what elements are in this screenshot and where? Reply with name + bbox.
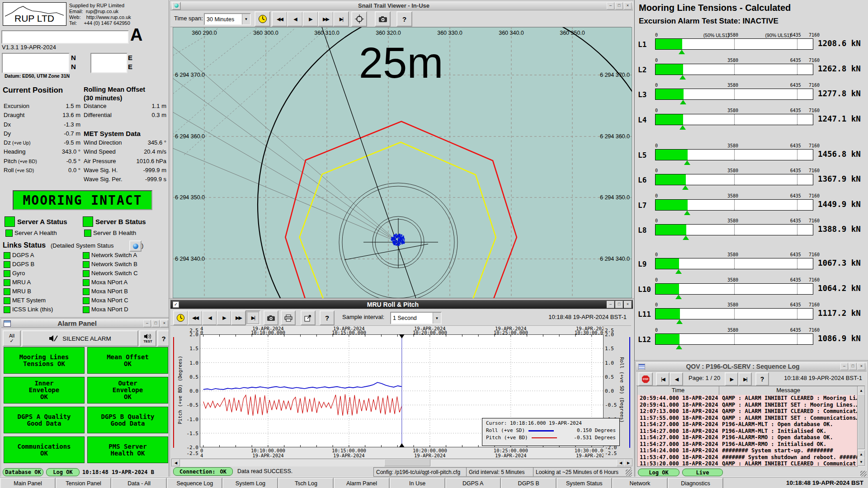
last-page-button[interactable]: ▶| — [738, 372, 752, 386]
seq-titlebar[interactable]: QOV : P196-OL-SERV : Sequence Log – □ × — [636, 362, 867, 371]
mru-help-button[interactable]: ? — [320, 310, 335, 325]
col-message[interactable]: Message — [719, 386, 857, 395]
log-row[interactable]: 12:07:13.000 18-APR-2024QAMP : ALARM INH… — [637, 408, 857, 415]
taskbar-button-tsch-log[interactable]: Tsch Log — [278, 478, 334, 488]
maximize-button[interactable]: □ — [615, 2, 623, 9]
center-target-button[interactable] — [351, 11, 367, 27]
log-row[interactable]: 11:53:20.000 18-APR-2024QAMP : ALARM INH… — [637, 460, 857, 467]
seq-help-button[interactable]: ? — [755, 372, 769, 386]
roll-axis-color-line — [629, 337, 630, 448]
log-message: P196-ALARM-RMO : Initialised OK. — [722, 441, 857, 448]
page-indicator: Page: 1 / 20 — [689, 375, 720, 381]
timespan-dropdown[interactable]: 30 Minutes ▼ — [204, 13, 251, 25]
step-back-button[interactable]: ◀ — [287, 11, 303, 27]
log-row[interactable]: 11:54:27.000 18-APR-2024P196-ALARM-RMO :… — [637, 441, 857, 448]
taskbar-clock: 10:18:48 19-APR-2024 BST — [786, 479, 863, 486]
close-button[interactable]: × — [624, 301, 632, 308]
tension-scale-labels: 0358064357160 — [632, 108, 868, 113]
taskbar-button-network[interactable]: Network — [612, 478, 668, 488]
scroll-thumb[interactable] — [858, 394, 865, 449]
first-page-button[interactable]: |◀ — [656, 372, 670, 386]
taskbar-button-alarm-panel[interactable]: Alarm Panel — [334, 478, 389, 488]
col-time[interactable]: Time — [637, 386, 719, 395]
uls90-threshold-line — [797, 309, 797, 319]
detailed-system-status-button[interactable] — [129, 240, 142, 252]
taskbar-button-system-status[interactable]: System Status — [557, 478, 612, 488]
sample-interval-dropdown[interactable]: 1 Second ▼ — [390, 312, 442, 324]
prev-page-button[interactable]: ◀ — [670, 372, 683, 386]
tension-line-label: L12 — [638, 335, 651, 344]
log-row[interactable]: 11:54:27.000 18-APR-2024P196-ALARM-RMO :… — [637, 434, 857, 441]
log-row[interactable]: 11:53:47.000 18-APR-2024####### System s… — [637, 454, 857, 461]
log-time: 20:59:41.000 18-APR-2024 — [637, 402, 722, 408]
log-row[interactable]: 11:54:27.000 18-APR-2024P196-ALARM-MLT :… — [637, 428, 857, 435]
minimize-button[interactable]: – — [840, 363, 848, 370]
snapshot-button[interactable] — [264, 310, 278, 325]
taskbar-button-tension-panel[interactable]: Tension Panel — [56, 478, 111, 488]
minimize-button[interactable]: – — [607, 301, 614, 308]
snapshot-button[interactable] — [375, 11, 391, 27]
resize-grip[interactable] — [626, 469, 632, 476]
close-button[interactable]: × — [624, 2, 632, 9]
follow-live-button[interactable]: ▶| — [245, 310, 260, 325]
maximize-button[interactable]: □ — [615, 301, 623, 308]
taskbar-button-system-log[interactable]: System Log — [222, 478, 278, 488]
step-forward-button[interactable]: ▶ — [217, 310, 231, 325]
axis-date-label: 19-APR-2024 — [327, 453, 371, 458]
snail-trail-plot[interactable]: 360 290.0360 300.0360 310.0360 320.0360 … — [173, 27, 632, 298]
print-button[interactable] — [281, 310, 296, 325]
scroll-left-button[interactable]: ◀ — [172, 459, 180, 466]
resize-grip[interactable] — [860, 471, 867, 477]
scroll-up-button-2[interactable]: ▲ — [858, 450, 865, 458]
export-button[interactable] — [301, 310, 316, 325]
jump-forward-button[interactable]: ▶▶ — [231, 310, 246, 325]
log-row[interactable]: 20:59:44.000 18-APR-2024QAMP : ALARM INH… — [637, 395, 857, 402]
scroll-down-button[interactable]: ▼ — [858, 458, 865, 466]
snail-window-menu-icon[interactable] — [172, 2, 181, 10]
svg-text:360 300.0: 360 300.0 — [253, 30, 278, 36]
taskbar-button-main-panel[interactable]: Main Panel — [0, 478, 56, 488]
minimize-button[interactable]: – — [607, 2, 614, 9]
tension-row: 0358064357160L71449.9 kN — [632, 193, 868, 217]
jump-start-button[interactable]: ◀◀ — [188, 310, 203, 325]
time-mode-button[interactable] — [255, 11, 270, 27]
log-row[interactable]: 11:54:24.000 18-APR-2024######## System … — [637, 447, 857, 454]
jump-end-button[interactable]: ▶| — [333, 11, 349, 27]
taskbar-button-sequence-log[interactable]: Sequence Log — [167, 478, 222, 488]
jump-forward-button[interactable]: ▶▶ — [318, 11, 334, 27]
tension-bar-fill — [656, 284, 679, 294]
scroll-up-button[interactable]: ▲ — [858, 386, 865, 394]
taskbar-button-diagnostics[interactable]: Diagnostics — [668, 478, 723, 488]
scale-0: 0 — [655, 252, 658, 257]
log-row[interactable]: 11:54:27.000 18-APR-2024P196-ALARM-MLT :… — [637, 421, 857, 428]
jump-start-button[interactable]: ◀◀ — [272, 11, 288, 27]
next-page-button[interactable]: ▶ — [725, 372, 738, 386]
taskbar-button-dgps-a[interactable]: DGPS A — [445, 478, 501, 488]
log-row[interactable]: 20:59:41.000 18-APR-2024QAMP : ALARM INH… — [637, 402, 857, 408]
tension-bar — [655, 308, 813, 319]
seq-vscrollbar[interactable]: ▲ ▲ ▼ — [857, 386, 865, 467]
snail-titlebar[interactable]: Snail Trail Viewer - In-Use – □ × — [170, 1, 633, 10]
link-label: MRU A — [12, 279, 31, 286]
maximize-button[interactable]: □ — [849, 363, 857, 370]
row-value: -0.5 ° — [66, 158, 80, 164]
time-mode-button[interactable] — [173, 310, 188, 325]
position-entry-box[interactable] — [1, 30, 129, 44]
taskbar-button-data-all[interactable]: Data - All — [111, 478, 167, 488]
scroll-right-button[interactable]: ▶ — [624, 459, 632, 466]
mru-hscrollbar[interactable]: ◀ ◀ ▶ — [171, 459, 633, 467]
scroll-left-button-2[interactable]: ◀ — [617, 459, 625, 466]
alarm-tile-line: Tensions OK — [23, 361, 65, 367]
mru-titlebar[interactable]: ✓ MRU Roll & Pitch – □ × — [170, 300, 633, 309]
log-row[interactable]: 11:57:55.000 18-APR-2024QAMP : ALARM INH… — [637, 415, 857, 422]
scroll-thumb[interactable] — [384, 459, 430, 466]
taskbar-button-in-use[interactable]: In Use — [390, 478, 445, 488]
step-back-button[interactable]: ◀ — [202, 310, 217, 325]
close-button[interactable]: × — [858, 363, 865, 370]
step-forward-button[interactable]: ▶ — [302, 11, 318, 27]
stop-button[interactable]: STOP — [638, 372, 653, 386]
axis-time-label: 10:25:00.000 — [489, 330, 533, 334]
snail-help-button[interactable]: ? — [396, 11, 412, 27]
y-tick-label: -1.0 — [187, 417, 199, 422]
taskbar-button-dgps-b[interactable]: DGPS B — [501, 478, 557, 488]
